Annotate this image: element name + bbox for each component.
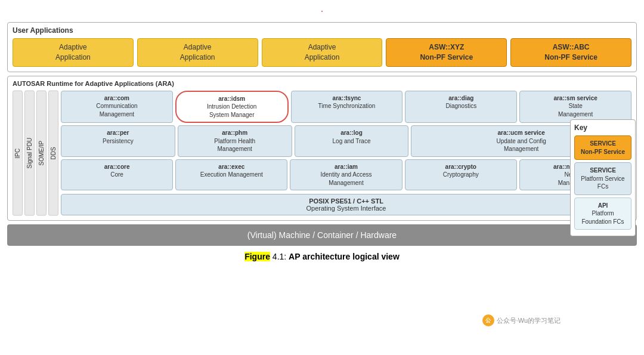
caption-text: AP architecture logical view xyxy=(289,252,400,261)
key-api-foundation-bold: API xyxy=(598,202,608,209)
ara-exec-title: ara::exec xyxy=(179,163,283,171)
os-row-line2: Operating System Interface xyxy=(306,205,386,212)
some-ip-label: SOME/IP xyxy=(36,91,47,216)
os-row: POSIX PSE51 / C++ STL Operating System I… xyxy=(61,194,631,215)
ara-diag: ara::diag Diagnostics xyxy=(405,91,517,124)
ara-crypto-sub: Cryptography xyxy=(409,171,513,179)
key-box: Key SERVICE Non-PF Service SERVICE Platf… xyxy=(570,119,636,236)
ara-row-3: ara::core Core ara::exec Execution Manag… xyxy=(61,159,631,191)
ara-tsync-title: ara::tsync xyxy=(295,94,399,103)
ara-log-title: ara::log xyxy=(299,129,405,137)
ara-phm-sub: Platform HealthManagement xyxy=(182,137,288,153)
ara-diag-sub: Diagnostics xyxy=(409,102,513,110)
ara-idsm-title: ara::idsm xyxy=(180,95,284,103)
ara-label: AUTOSAR Runtime for Adaptive Application… xyxy=(13,80,631,87)
ara-section: AUTOSAR Runtime for Adaptive Application… xyxy=(7,76,637,221)
key-title: Key xyxy=(574,124,631,132)
ara-phm-title: ara::phm xyxy=(182,129,288,137)
ara-log-sub: Log and Trace xyxy=(299,137,405,146)
ara-sm: ara::sm service StateManagement xyxy=(519,91,631,124)
adaptive-app-1: AdaptiveApplication xyxy=(13,38,134,67)
ara-per-title: ara::per xyxy=(65,129,171,137)
ara-exec-sub: Execution Management xyxy=(179,171,283,179)
ara-iam: ara::iam Identity and AccessManagement xyxy=(290,159,402,191)
vm-row: (Virtual) Machine / Container / Hardware xyxy=(7,224,637,246)
key-api-foundation: API PlatformFoundation FCs xyxy=(574,197,631,230)
watermark-icon: 公 xyxy=(482,314,494,326)
ara-crypto: ara::crypto Cryptography xyxy=(405,159,517,191)
ara-per: ara::per Persistency xyxy=(61,125,175,157)
key-service-nonpf-bold: SERVICE xyxy=(590,140,616,147)
ara-tsync: ara::tsync Time Synchronization xyxy=(291,91,403,124)
ipc-label: IPC xyxy=(13,91,23,216)
ara-com-sub: CommunicationManagement xyxy=(65,102,169,118)
ara-diag-title: ara::diag xyxy=(409,94,513,103)
ara-sm-title: ara::sm service xyxy=(524,94,627,103)
user-apps-label: User Applications xyxy=(13,26,631,35)
os-row-line1: POSIX PSE51 / C++ STL xyxy=(309,197,383,205)
ara-iam-title: ara::iam xyxy=(294,163,398,171)
key-api-foundation-text: PlatformFoundation FCs xyxy=(581,210,624,225)
ara-core: ara::core Core xyxy=(61,159,173,191)
ara-sm-sub: StateManagement xyxy=(524,102,627,118)
adaptive-app-3: AdaptiveApplication xyxy=(262,38,383,67)
ara-core-title: ara::core xyxy=(65,163,169,171)
user-apps-row: AdaptiveApplication AdaptiveApplication … xyxy=(13,38,631,67)
ara-iam-sub: Identity and AccessManagement xyxy=(294,171,398,187)
watermark: 公 公众号·Wu的学习笔记 xyxy=(482,314,561,326)
caption-number: 4.1: xyxy=(270,252,289,261)
top-decoration: · xyxy=(7,5,637,17)
adaptive-app-2: AdaptiveApplication xyxy=(137,38,258,67)
ara-row-2: ara::per Persistency ara::phm Platform H… xyxy=(61,125,631,157)
vertical-labels: IPC Signal PDU SOME/IP DDS xyxy=(13,91,58,216)
key-service-nonpf: SERVICE Non-PF Service xyxy=(574,135,631,160)
ara-idsm-sub: Intrusion DetectionSystem Manager xyxy=(180,103,284,119)
ara-com-title: ara::com xyxy=(65,94,169,103)
key-service-nonpf-text: Non-PF Service xyxy=(581,149,625,155)
ara-row-1: ara::com CommunicationManagement ara::id… xyxy=(61,91,631,124)
key-service-platform-bold: SERVICE xyxy=(590,167,616,174)
asw-xyz: ASW::XYZNon-PF Service xyxy=(386,38,507,67)
key-service-platform-text: Platform ServiceFCs xyxy=(581,175,624,190)
figure-caption: Figure 4.1: AP architecture logical view xyxy=(7,252,637,261)
ara-grid: ara::com CommunicationManagement ara::id… xyxy=(61,91,631,216)
ara-per-sub: Persistency xyxy=(65,137,171,146)
ara-content: IPC Signal PDU SOME/IP DDS ara::com Comm… xyxy=(13,91,631,216)
watermark-text: 公众号·Wu的学习笔记 xyxy=(497,316,561,325)
ara-idsm: ara::idsm Intrusion DetectionSystem Mana… xyxy=(175,91,289,124)
signal-pdu-label: Signal PDU xyxy=(24,91,35,216)
ara-com: ara::com CommunicationManagement xyxy=(61,91,173,124)
caption-figure-word: Figure xyxy=(244,252,270,261)
ara-log: ara::log Log and Trace xyxy=(295,125,409,157)
ara-phm: ara::phm Platform HealthManagement xyxy=(178,125,292,157)
user-apps-section: User Applications AdaptiveApplication Ad… xyxy=(7,22,637,72)
asw-abc: ASW::ABCNon-PF Service xyxy=(510,38,631,67)
ara-exec: ara::exec Execution Management xyxy=(175,159,287,191)
key-service-platform: SERVICE Platform ServiceFCs xyxy=(574,162,631,195)
ara-core-sub: Core xyxy=(65,171,169,179)
ara-crypto-title: ara::crypto xyxy=(409,163,513,171)
ara-tsync-sub: Time Synchronization xyxy=(295,102,399,110)
dds-label: DDS xyxy=(48,91,58,216)
